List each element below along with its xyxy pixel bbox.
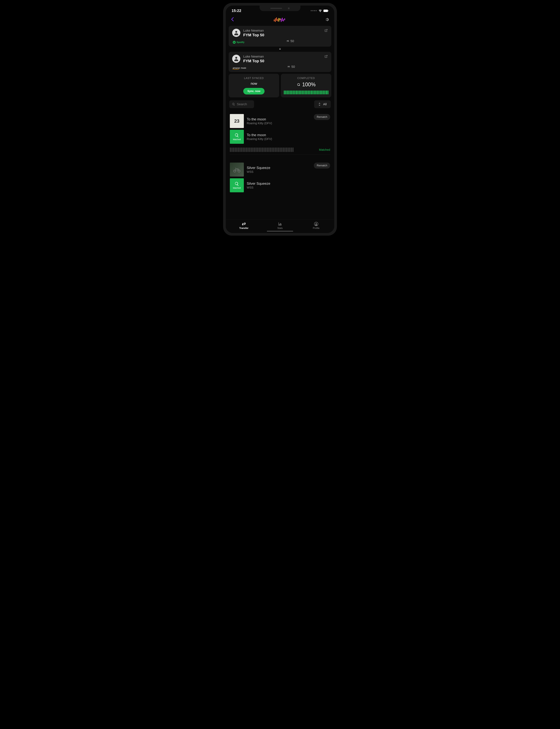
spotify-badge: Spotify bbox=[233, 41, 244, 44]
match-progress: Matched bbox=[230, 148, 330, 152]
svg-rect-1 bbox=[328, 10, 328, 11]
destination-playlist-card: Luke Newman FYM Top 50 amazonmusic 50 bbox=[229, 52, 331, 72]
search-icon bbox=[232, 103, 235, 106]
search-input[interactable] bbox=[237, 102, 251, 106]
track-artist: WSS bbox=[247, 170, 314, 174]
tab-profile[interactable]: Profile bbox=[298, 222, 334, 230]
home-indicator[interactable] bbox=[267, 231, 293, 232]
refresh-icon bbox=[297, 83, 300, 86]
rematch-button[interactable]: Rematch bbox=[314, 163, 330, 169]
avatar bbox=[232, 29, 240, 37]
wifi-icon bbox=[319, 9, 322, 12]
source-title: FYM Top 50 bbox=[243, 33, 321, 37]
stats-icon bbox=[278, 222, 282, 226]
destination-title: FYM Top 50 bbox=[243, 59, 321, 63]
svg-point-8 bbox=[316, 223, 317, 224]
phone-screen: 15:22 •••• bbox=[226, 6, 334, 233]
last-synced-card: LAST SYNCED now Sync. now bbox=[229, 74, 279, 97]
avatar bbox=[232, 55, 240, 63]
phone-frame: 15:22 •••• bbox=[223, 3, 337, 236]
source-playlist-card: Luke Newman FYM Top 50 Spotify 50 bbox=[229, 26, 331, 47]
matched-title: To the moon bbox=[247, 133, 314, 137]
external-link-button[interactable] bbox=[324, 55, 328, 59]
matched-artwork: Matched bbox=[230, 178, 244, 192]
arrow-down-icon bbox=[229, 48, 331, 51]
signal-dots-icon: •••• bbox=[311, 8, 317, 13]
matched-artist: WSS bbox=[247, 186, 314, 189]
track-artwork: 23 bbox=[230, 114, 244, 128]
svg-point-3 bbox=[233, 41, 236, 44]
profile-icon bbox=[314, 222, 318, 226]
tab-stats[interactable]: Stats bbox=[262, 222, 298, 230]
rematch-button[interactable]: Rematch bbox=[314, 114, 330, 120]
matched-artist: Roaring Kitty (DFV) bbox=[247, 137, 314, 141]
track-title: Silver Squeeze bbox=[247, 166, 314, 170]
source-track-count: 50 bbox=[286, 39, 294, 43]
match-status: Matched bbox=[316, 148, 330, 152]
completed-label: COMPLETED bbox=[284, 77, 328, 80]
track-item: Silver Squeeze WSS Matched Silver Squeez… bbox=[229, 160, 331, 203]
sync-now-button[interactable]: Sync. now bbox=[243, 88, 264, 95]
matched-title: Silver Squeeze bbox=[247, 182, 314, 186]
destination-owner: Luke Newman bbox=[243, 55, 321, 58]
track-artwork bbox=[230, 163, 244, 177]
header bbox=[226, 14, 334, 26]
track-title: To the moon bbox=[247, 117, 314, 121]
track-item: 23 To the moon Roaring Kitty (DFV) Match… bbox=[229, 111, 331, 157]
transfer-icon bbox=[241, 222, 246, 226]
matched-artwork: Matched bbox=[230, 130, 244, 144]
tab-transfer[interactable]: Transfer bbox=[226, 222, 262, 230]
sort-icon bbox=[318, 103, 321, 106]
svg-point-2 bbox=[235, 31, 237, 33]
track-artist: Roaring Kitty (DFV) bbox=[247, 122, 314, 125]
completed-value: 100% bbox=[302, 82, 316, 88]
filter-button[interactable]: All bbox=[314, 100, 331, 108]
search-box[interactable] bbox=[229, 100, 254, 108]
completed-card: COMPLETED 100% bbox=[281, 74, 331, 97]
last-synced-value: now bbox=[232, 82, 276, 86]
app-logo bbox=[274, 17, 285, 22]
svg-point-4 bbox=[235, 57, 237, 59]
back-button[interactable] bbox=[231, 17, 234, 23]
search-icon bbox=[235, 133, 239, 138]
source-owner: Luke Newman bbox=[243, 29, 321, 33]
destination-track-count: 50 bbox=[287, 65, 295, 69]
progress-bar bbox=[284, 91, 328, 94]
battery-icon bbox=[323, 10, 328, 12]
status-time: 15:22 bbox=[232, 8, 241, 13]
amazon-music-badge: amazonmusic bbox=[233, 67, 246, 69]
notch bbox=[260, 6, 300, 11]
settings-button[interactable] bbox=[325, 18, 329, 22]
last-synced-label: LAST SYNCED bbox=[232, 77, 276, 80]
external-link-button[interactable] bbox=[324, 29, 328, 33]
search-icon bbox=[235, 182, 239, 186]
svg-rect-0 bbox=[323, 10, 328, 12]
